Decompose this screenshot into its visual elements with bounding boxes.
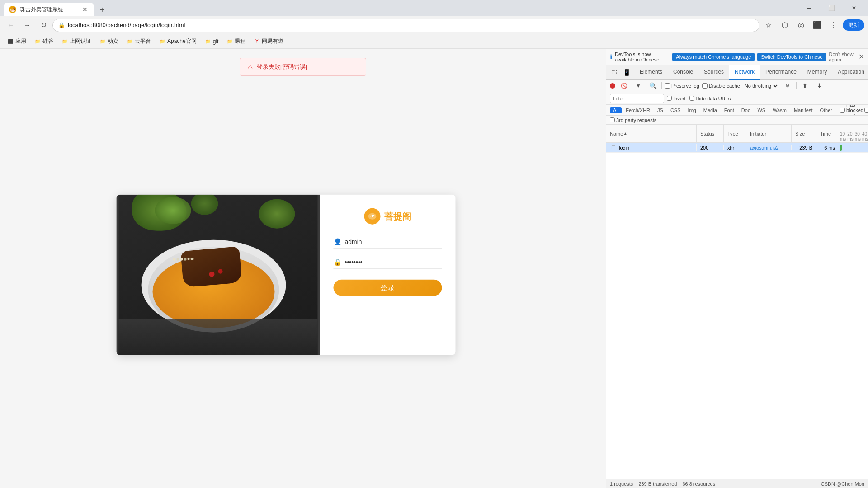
tab-performance[interactable]: Performance	[760, 65, 802, 80]
bookmark-label: 云平台	[135, 38, 151, 45]
minimize-btn[interactable]: ─	[798, 1, 819, 15]
tab-close-btn[interactable]: ✕	[81, 6, 89, 13]
folder-icon: 📁	[205, 38, 211, 45]
inspect-element-btn[interactable]: ⬚	[608, 66, 620, 78]
has-blocked-checkbox[interactable]	[840, 108, 845, 113]
import-icon[interactable]: ⬆	[799, 80, 811, 92]
back-btn[interactable]: ←	[4, 18, 18, 33]
throttle-settings-icon[interactable]: ⚙	[782, 80, 793, 92]
row-name: ☐ login	[606, 144, 697, 151]
type-doc-btn[interactable]: Doc	[738, 107, 754, 113]
disable-cache-toggle[interactable]: Disable cache	[702, 83, 740, 89]
close-btn[interactable]: ✕	[844, 1, 864, 15]
bookmark-dongwu[interactable]: 📁 动卖	[96, 37, 122, 46]
bookmark-label: 上网认证	[70, 38, 91, 45]
type-column-header[interactable]: Type	[724, 125, 746, 142]
filter-input[interactable]	[610, 94, 664, 103]
tab-sources[interactable]: Sources	[698, 65, 729, 80]
bookmark-git[interactable]: 📁 git	[201, 38, 222, 46]
time-column-header[interactable]: Time	[816, 125, 839, 142]
switch-devtools-btn[interactable]: Switch DevTools to Chinese	[757, 53, 826, 61]
reload-btn[interactable]: ↻	[36, 18, 51, 33]
transferred-size: 239 B transferred	[638, 481, 677, 487]
new-tab-btn[interactable]: +	[96, 4, 108, 16]
devtools-tab-list: Elements Console Sources Network Perform…	[634, 65, 868, 80]
tab-network[interactable]: Network	[729, 65, 760, 80]
type-wasm-btn[interactable]: Wasm	[769, 107, 790, 113]
bookmark-label: 网易有道	[262, 38, 283, 45]
preserve-log-checkbox[interactable]	[665, 83, 670, 89]
bookmark-kecheng[interactable]: 📁 课程	[223, 37, 249, 46]
preserve-log-toggle[interactable]: Preserve log	[665, 83, 699, 89]
cast-icon[interactable]: ⬡	[778, 18, 792, 33]
tab-console[interactable]: Console	[668, 65, 698, 80]
bookmark-apps[interactable]: ⬛ 应用	[4, 37, 30, 46]
dont-show-again-link[interactable]: Don't show again	[829, 52, 854, 62]
row-initiator[interactable]: axios.min.js2	[746, 145, 792, 150]
hide-data-urls-toggle[interactable]: Hide data URLs	[689, 96, 731, 101]
bookmark-apache[interactable]: 📁 Apache官网	[156, 37, 200, 46]
device-mode-btn[interactable]: 📱	[621, 66, 632, 78]
extensions-icon[interactable]: ⬛	[810, 18, 825, 33]
type-manifest-btn[interactable]: Manifest	[791, 107, 816, 113]
type-fetch-xhr-btn[interactable]: Fetch/XHR	[623, 107, 653, 113]
disable-cache-checkbox[interactable]	[702, 83, 708, 89]
type-ws-btn[interactable]: WS	[754, 107, 769, 113]
address-bar[interactable]: 🔒 localhost:8080/backend/page/login/logi…	[52, 19, 760, 32]
tab-title: 珠吉外卖管理系统	[20, 6, 78, 14]
bookmark-yun[interactable]: 📁 云平台	[123, 37, 155, 46]
type-other-btn[interactable]: Other	[816, 107, 835, 113]
waterfall-scale: 10 ms 20 ms 30 ms 40 ms 50 ms 60 ms 70 m…	[839, 125, 868, 142]
tab-memory[interactable]: Memory	[802, 65, 832, 80]
info-bar-close-btn[interactable]: ✕	[859, 52, 864, 61]
export-icon[interactable]: ⬇	[814, 80, 826, 92]
clear-network-btn[interactable]: 🚫	[618, 80, 630, 92]
table-row[interactable]: ☐ login 200 xhr axios.min.js2 239 B 6 ms	[606, 143, 868, 153]
tab-elements[interactable]: Elements	[634, 65, 668, 80]
bookmark-shang[interactable]: 📁 上网认证	[58, 37, 95, 46]
invert-toggle[interactable]: Invert	[667, 96, 686, 101]
size-column-header[interactable]: Size	[792, 125, 816, 142]
always-match-btn[interactable]: Always match Chrome's language	[672, 53, 755, 61]
tab-application[interactable]: Application	[832, 65, 868, 80]
invert-checkbox[interactable]	[667, 96, 672, 101]
devtools-toggle-icon[interactable]: ⋮	[826, 18, 841, 33]
password-input[interactable]	[345, 258, 442, 266]
username-input[interactable]	[345, 238, 442, 245]
type-css-btn[interactable]: CSS	[667, 107, 684, 113]
filter-icon[interactable]: ▼	[632, 80, 644, 92]
devtools-status-bar: 1 requests 239 B transferred 66 8 resour…	[606, 479, 868, 488]
network-table-header: Name ▲ Status Type Initiator Size Time	[606, 125, 868, 143]
profile-icon[interactable]: ◎	[794, 18, 808, 33]
throttle-select[interactable]: No throttling Fast 3G Slow 3G	[743, 83, 779, 89]
blocked-requests-checkbox[interactable]	[864, 108, 868, 113]
search-icon[interactable]: 🔍	[647, 80, 659, 92]
disable-cache-label: Disable cache	[709, 83, 740, 89]
type-img-btn[interactable]: Img	[685, 107, 699, 113]
record-btn[interactable]	[610, 83, 615, 89]
logo-icon	[364, 208, 381, 225]
error-text: 登录失败[密码错误]	[257, 63, 307, 71]
name-column-header[interactable]: Name ▲	[606, 125, 697, 142]
maximize-btn[interactable]: ⬜	[821, 1, 842, 15]
bookmark-star-icon[interactable]: ☆	[761, 18, 776, 33]
initiator-column-header[interactable]: Initiator	[746, 125, 792, 142]
bookmark-guigu[interactable]: 📁 硅谷	[31, 37, 57, 46]
forward-btn[interactable]: →	[20, 18, 34, 33]
toolbar-separator-2	[796, 82, 797, 89]
status-column-header[interactable]: Status	[697, 125, 724, 142]
type-media-btn[interactable]: Media	[700, 107, 720, 113]
third-party-toggle[interactable]: 3rd-party requests	[610, 117, 656, 123]
type-font-btn[interactable]: Font	[721, 107, 737, 113]
third-party-checkbox[interactable]	[610, 117, 615, 122]
blocked-requests-toggle[interactable]: Blocked Requests	[864, 105, 868, 116]
update-btn[interactable]: 更新	[843, 19, 864, 31]
type-all-btn[interactable]: All	[610, 107, 622, 113]
type-js-btn[interactable]: JS	[654, 107, 666, 113]
has-blocked-toggle[interactable]: Has blocked cookies	[840, 105, 863, 116]
row-checkbox[interactable]: ☐	[610, 144, 617, 151]
bookmark-wangyi[interactable]: Y 网易有道	[250, 37, 287, 46]
active-tab[interactable]: 🍜 珠吉外卖管理系统 ✕	[4, 3, 94, 16]
login-btn[interactable]: 登录	[334, 280, 442, 296]
hide-data-urls-checkbox[interactable]	[689, 96, 694, 101]
